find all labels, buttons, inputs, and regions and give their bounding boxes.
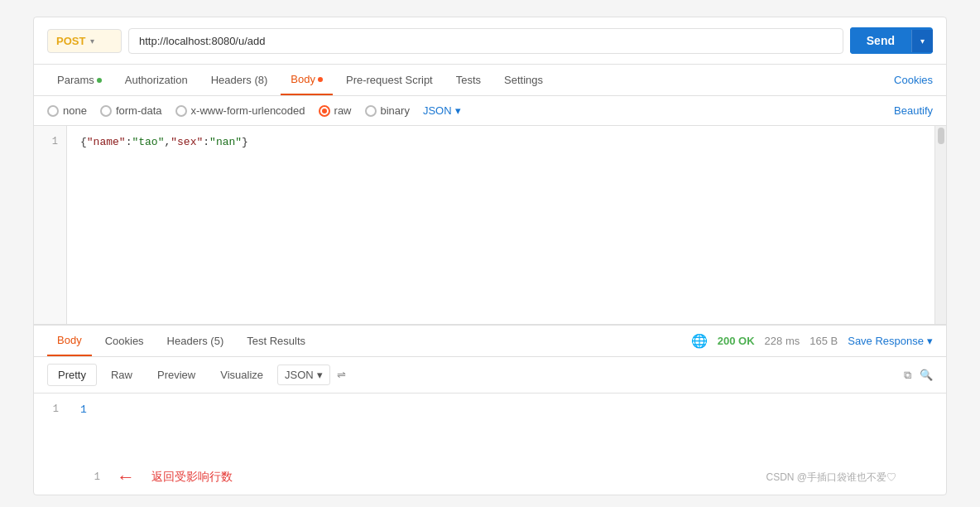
red-arrow-icon: ←	[117, 466, 135, 488]
colon-2: :	[203, 136, 209, 148]
resp-tab-headers-label: Headers (5)	[167, 335, 224, 347]
close-brace: }	[242, 136, 248, 148]
tab-params-label: Params	[57, 74, 94, 86]
search-icon[interactable]: 🔍	[920, 369, 933, 381]
scrollbar[interactable]	[934, 126, 946, 324]
resp-tab-body[interactable]: Body	[47, 326, 92, 356]
save-response-button[interactable]: Save Response ▾	[848, 335, 933, 347]
tab-settings-label: Settings	[504, 74, 543, 86]
response-body: 1 1	[34, 394, 946, 460]
json-type-label: JSON	[423, 104, 452, 117]
resp-line-number-1: 1	[42, 403, 59, 415]
radio-none[interactable]: none	[47, 104, 87, 117]
beautify-link[interactable]: Beautify	[894, 104, 933, 117]
radio-urlencoded[interactable]: x-www-form-urlencoded	[175, 104, 305, 117]
resp-line-numbers: 1	[34, 400, 67, 453]
radio-form-data-circle	[100, 105, 112, 117]
format-right-icons: ⧉ 🔍	[904, 369, 933, 382]
save-response-chevron-icon: ▾	[927, 335, 933, 347]
format-visualize-button[interactable]: Visualize	[209, 364, 274, 386]
tab-tests[interactable]: Tests	[446, 65, 491, 94]
tab-params[interactable]: Params	[47, 65, 112, 94]
tab-authorization[interactable]: Authorization	[115, 65, 198, 94]
response-meta: 🌐 200 OK 228 ms 165 B Save Response ▾	[691, 326, 933, 355]
key-name: "name"	[87, 136, 126, 148]
tab-settings[interactable]: Settings	[494, 65, 553, 94]
main-container: POST ▾ Send ▾ Params Authorization Heade…	[33, 17, 947, 495]
radio-raw[interactable]: raw	[319, 104, 352, 117]
response-time: 228 ms	[765, 335, 800, 347]
resp-tab-body-label: Body	[57, 334, 82, 346]
method-text: POST	[56, 35, 85, 47]
code-editor: 1 {"name":"tao","sex":"nan"}	[34, 126, 946, 325]
filter-icon[interactable]: ⇌	[337, 369, 346, 381]
send-chevron-button[interactable]: ▾	[911, 30, 933, 52]
key-sex: "sex"	[171, 136, 203, 148]
copy-icon[interactable]: ⧉	[904, 369, 911, 382]
save-response-label: Save Response	[848, 335, 924, 347]
resp-tab-test-results[interactable]: Test Results	[237, 326, 315, 355]
globe-icon: 🌐	[691, 333, 708, 349]
annotation-text: 返回受影响行数	[151, 470, 233, 485]
response-tabs: Body Cookies Headers (5) Test Results 🌐 …	[34, 326, 946, 357]
status-badge: 200 OK	[718, 335, 755, 347]
resp-content: 1	[67, 400, 946, 453]
tab-tests-label: Tests	[456, 74, 481, 86]
response-format-row: Pretty Raw Preview Visualize JSON ▾ ⇌ ⧉ …	[34, 357, 946, 394]
send-btn-group: Send ▾	[850, 27, 933, 54]
code-line-1: {"name":"tao","sex":"nan"}	[80, 136, 921, 148]
radio-form-data-label: form-data	[116, 104, 162, 117]
method-selector[interactable]: POST ▾	[47, 29, 122, 53]
params-dot	[97, 78, 102, 83]
response-json-chevron-icon: ▾	[317, 369, 323, 381]
resp-tab-headers[interactable]: Headers (5)	[157, 326, 234, 355]
radio-binary[interactable]: binary	[365, 104, 410, 117]
format-preview-button[interactable]: Preview	[147, 364, 206, 386]
tab-pre-request-label: Pre-request Script	[346, 74, 433, 86]
format-raw-button[interactable]: Raw	[100, 364, 143, 386]
radio-binary-circle	[365, 105, 377, 117]
format-pretty-button[interactable]: Pretty	[47, 364, 97, 386]
resp-tab-test-results-label: Test Results	[247, 335, 305, 347]
arrow-annotation: ←	[117, 466, 135, 488]
resp-tab-cookies[interactable]: Cookies	[95, 326, 154, 355]
footer-note: CSDN @手插口袋谁也不爱♡	[766, 471, 896, 485]
response-size: 165 B	[809, 335, 838, 347]
resp-tab-cookies-label: Cookies	[105, 335, 144, 347]
radio-form-data[interactable]: form-data	[100, 104, 162, 117]
radio-none-label: none	[63, 104, 87, 117]
tab-headers[interactable]: Headers (8)	[201, 65, 278, 94]
annotation-line-num: 1	[84, 471, 100, 483]
body-dot	[318, 77, 323, 82]
value-sex: "nan"	[209, 136, 242, 148]
value-name: "tao"	[132, 136, 164, 148]
request-tabs: Params Authorization Headers (8) Body Pr…	[34, 65, 946, 96]
cookies-link[interactable]: Cookies	[894, 65, 933, 94]
send-button[interactable]: Send	[850, 27, 911, 54]
json-type-selector[interactable]: JSON ▾	[423, 104, 461, 117]
scrollbar-thumb	[938, 128, 944, 144]
radio-urlencoded-circle	[175, 105, 187, 117]
line-number-1: 1	[42, 136, 58, 147]
radio-raw-circle	[319, 105, 330, 117]
response-json-label: JSON	[285, 369, 314, 381]
resp-value: 1	[80, 403, 87, 416]
radio-none-circle	[47, 105, 59, 117]
json-type-chevron-icon: ▾	[455, 104, 461, 117]
tab-body[interactable]: Body	[281, 65, 333, 95]
tab-authorization-label: Authorization	[125, 74, 188, 86]
body-options: none form-data x-www-form-urlencoded raw…	[34, 96, 946, 126]
annotation-area: 1 ← 返回受影响行数 CSDN @手插口袋谁也不爱♡	[34, 460, 946, 495]
tab-pre-request-script[interactable]: Pre-request Script	[336, 65, 443, 94]
open-brace: {	[80, 136, 87, 148]
url-bar: POST ▾ Send ▾	[34, 17, 946, 65]
method-chevron-icon: ▾	[90, 36, 94, 46]
code-content[interactable]: {"name":"tao","sex":"nan"}	[67, 126, 934, 324]
tab-headers-label: Headers (8)	[211, 74, 268, 86]
response-json-selector[interactable]: JSON ▾	[277, 365, 330, 385]
radio-urlencoded-label: x-www-form-urlencoded	[191, 104, 305, 117]
line-numbers: 1	[34, 126, 67, 324]
radio-raw-label: raw	[334, 104, 352, 117]
tab-body-label: Body	[291, 73, 315, 85]
url-input[interactable]	[128, 28, 843, 54]
